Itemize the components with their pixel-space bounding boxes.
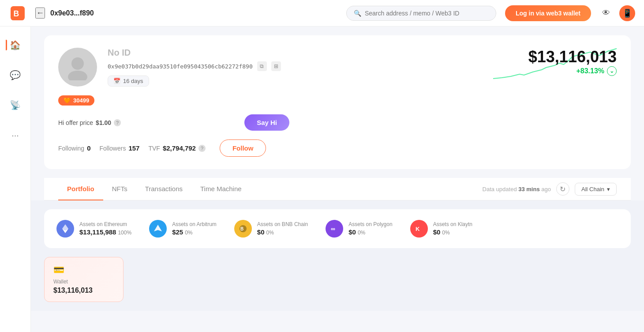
qr-code-button[interactable]: ⊞ xyxy=(271,61,281,71)
wallet-icon: 💳 xyxy=(53,264,114,275)
avatar xyxy=(58,48,97,87)
assets-grid: Assets on Ethereum $13,115,988100% Asset… xyxy=(44,209,631,248)
main-content: $13,116,013 +83.13% ⌄ No ID 0x9e037b0d29… xyxy=(31,26,644,320)
chevron-down-icon: ▾ xyxy=(607,186,610,192)
asset-klaytn: K Assets on Klaytn $00% xyxy=(410,220,472,238)
polygon-info: Assets on Polygon $00% xyxy=(348,221,392,236)
tab-portfolio[interactable]: Portfolio xyxy=(58,178,103,200)
feed-icon: 📡 xyxy=(10,100,21,110)
copy-address-button[interactable]: ⧉ xyxy=(257,61,267,71)
tab-time-machine[interactable]: Time Machine xyxy=(191,178,251,200)
arbitrum-info: Assets on Arbitrum $250% xyxy=(172,221,217,236)
klaytn-info: Assets on Klaytn $00% xyxy=(433,221,472,236)
sidebar-item-feed[interactable]: 📡 xyxy=(6,95,25,115)
chain-dropdown[interactable]: All Chain ▾ xyxy=(575,183,617,196)
following-stat: Following 0 xyxy=(58,144,90,152)
sidebar: 🏠 💬 📡 ··· xyxy=(0,26,31,332)
sidebar-item-home[interactable]: 🏠 xyxy=(6,35,25,55)
polygon-icon: ∞ xyxy=(326,220,343,238)
asset-bnb: B Assets on BNB Chain $00% xyxy=(234,220,308,238)
asset-arbitrum: Assets on Arbitrum $250% xyxy=(149,220,217,238)
more-icon: ··· xyxy=(11,130,19,140)
follow-button[interactable]: Follow xyxy=(220,140,266,157)
asset-polygon: ∞ Assets on Polygon $00% xyxy=(326,220,392,238)
wallet-label: Wallet xyxy=(53,279,114,285)
chat-icon: 💬 xyxy=(10,70,21,80)
calendar-icon: 📅 xyxy=(113,78,120,84)
bnb-icon: B xyxy=(234,220,252,238)
tvf-stat: TVF $2,794,792 ? xyxy=(148,144,206,152)
address-display: 0x9e03...f890 xyxy=(50,9,94,17)
back-button[interactable]: ← xyxy=(35,8,45,19)
svg-point-2 xyxy=(71,57,84,70)
hi-price-display: Hi offer price $1.00 ? xyxy=(58,119,121,126)
svg-marker-6 xyxy=(154,225,162,231)
days-badge: 📅 16 days xyxy=(108,75,149,87)
tab-nfts[interactable]: NFTs xyxy=(103,178,136,200)
ethereum-icon xyxy=(56,220,74,238)
portfolio-amount: $13,116,013 xyxy=(528,48,617,66)
tvf-help-icon[interactable]: ? xyxy=(198,145,206,152)
active-indicator xyxy=(6,40,7,50)
ethereum-info: Assets on Ethereum $13,115,988100% xyxy=(79,221,131,236)
bnb-info: Assets on BNB Chain $00% xyxy=(257,221,308,236)
portfolio-content: Assets on Ethereum $13,115,988100% Asset… xyxy=(31,200,644,311)
svg-text:∞: ∞ xyxy=(331,225,335,232)
stats-row: Following 0 Followers 157 TVF $2,794,792… xyxy=(58,140,617,157)
search-icon: 🔍 xyxy=(354,10,361,17)
nav-icons: 👁 📱 xyxy=(598,5,635,21)
wallet-amount: $13,116,013 xyxy=(53,287,114,294)
klaytn-icon: K xyxy=(410,220,428,238)
tab-transactions[interactable]: Transactions xyxy=(136,178,191,200)
arbitrum-icon xyxy=(149,220,167,238)
svg-text:B: B xyxy=(240,226,243,231)
data-updated-label: Data updated 33 mins ago xyxy=(483,186,551,192)
profile-address: 0x9e037b0d29daa93510fe095043506cb62272f8… xyxy=(108,63,253,70)
logo: B xyxy=(9,4,26,22)
portfolio-change: +83.13% ⌄ xyxy=(528,66,617,76)
sidebar-item-chat[interactable]: 💬 xyxy=(6,65,25,85)
followers-stat: Followers 157 xyxy=(99,144,139,152)
svg-text:K: K xyxy=(416,226,420,232)
say-hi-button[interactable]: Say Hi xyxy=(244,114,289,131)
mobile-icon-button[interactable]: 📱 xyxy=(619,5,635,21)
hi-price-help-icon[interactable]: ? xyxy=(114,119,121,126)
refresh-button[interactable]: ↻ xyxy=(556,182,569,196)
svg-text:B: B xyxy=(13,9,19,18)
home-icon: 🏠 xyxy=(10,40,21,50)
hi-price-row: Hi offer price $1.00 ? Say Hi xyxy=(58,114,617,131)
navbar: B ← 0x9e03...f890 🔍 Log in via web3 wall… xyxy=(0,0,644,26)
profile-card: $13,116,013 +83.13% ⌄ No ID 0x9e037b0d29… xyxy=(44,35,631,169)
login-button[interactable]: Log in via web3 wallet xyxy=(505,5,591,21)
heart-icon: 🧡 xyxy=(64,97,71,104)
chevron-down-icon[interactable]: ⌄ xyxy=(607,66,617,76)
hi-badge: 🧡 30499 xyxy=(58,95,94,106)
search-bar: 🔍 xyxy=(346,6,496,21)
tabs-right: Data updated 33 mins ago ↻ All Chain ▾ xyxy=(483,182,617,196)
portfolio-value-display: $13,116,013 +83.13% ⌄ xyxy=(528,48,617,76)
wallet-card[interactable]: 💳 Wallet $13,116,013 xyxy=(44,257,124,302)
tabs-row: Portfolio NFTs Transactions Time Machine… xyxy=(44,178,631,200)
sidebar-item-more[interactable]: ··· xyxy=(6,125,25,145)
chain-label: All Chain xyxy=(581,186,604,192)
svg-point-3 xyxy=(68,71,87,80)
asset-ethereum: Assets on Ethereum $13,115,988100% xyxy=(56,220,131,238)
watch-icon-button[interactable]: 👁 xyxy=(598,5,614,21)
search-input[interactable] xyxy=(365,10,489,17)
